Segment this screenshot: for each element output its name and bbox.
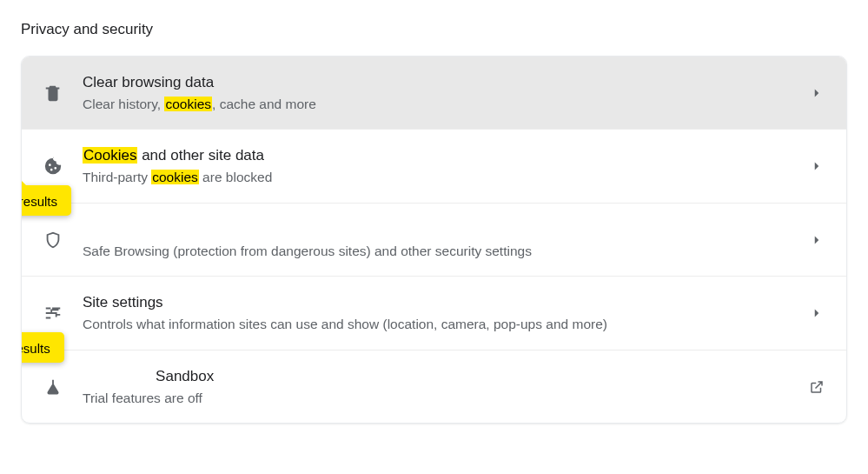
row-text: Cookies and other site data Third-party … (83, 145, 808, 186)
row-privacy-sandbox[interactable]: XXXXXXX Sandbox Trial features are off (22, 350, 846, 423)
row-subtitle: Safe Browsing (protection from dangerous… (83, 242, 808, 261)
search-highlight: cookies (164, 97, 212, 111)
row-text: Site settings Controls what information … (83, 292, 808, 333)
row-text: XXXXXXX Sandbox Trial features are off (83, 366, 808, 407)
row-cookies[interactable]: Cookies and other site data Third-party … (22, 130, 846, 203)
trash-icon (43, 83, 63, 103)
row-subtitle: Trial features are off (83, 389, 808, 408)
search-highlight: Cookies (83, 147, 137, 164)
section-title: Privacy and security (21, 21, 847, 38)
tune-icon (43, 303, 63, 324)
row-title (83, 219, 808, 240)
external-link-icon (808, 378, 825, 396)
row-subtitle: Controls what information sites can use … (83, 315, 808, 334)
row-subtitle: Third-party cookies are blocked (83, 168, 808, 187)
flask-icon (43, 377, 63, 397)
settings-panel: Clear browsing data Clear history, cooki… (21, 56, 847, 424)
results-tooltip: 2 results (21, 332, 64, 363)
chevron-right-icon (808, 157, 825, 175)
chevron-right-icon (808, 84, 825, 102)
row-clear-browsing-data[interactable]: Clear browsing data Clear history, cooki… (22, 57, 846, 130)
chevron-right-icon (808, 304, 825, 322)
row-text: Clear browsing data Clear history, cooki… (83, 72, 808, 113)
row-title: Clear browsing data (83, 72, 808, 93)
row-title: Cookies and other site data (83, 145, 808, 166)
chevron-right-icon (808, 231, 825, 249)
cookie-icon (43, 156, 63, 177)
shield-icon (43, 230, 63, 250)
search-highlight: cookies (151, 170, 199, 184)
row-subtitle: Clear history, cookies, cache and more (83, 95, 808, 114)
row-title: Site settings (83, 292, 808, 313)
row-security[interactable]: Safe Browsing (protection from dangerous… (22, 204, 846, 277)
row-site-settings[interactable]: Site settings Controls what information … (22, 277, 846, 350)
results-tooltip: 18 results (21, 185, 71, 216)
row-text: Safe Browsing (protection from dangerous… (83, 219, 808, 260)
row-title: XXXXXXX Sandbox (83, 366, 808, 387)
